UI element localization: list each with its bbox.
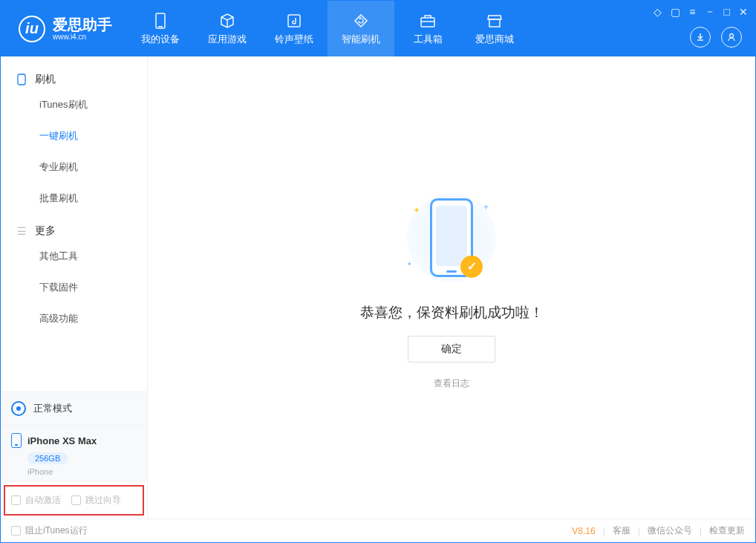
device-name: iPhone XS Max [27,435,97,446]
checkbox-icon [71,495,81,505]
wechat-link[interactable]: 微信公众号 [648,524,692,537]
device-icon [151,12,169,30]
svg-rect-7 [18,74,25,85]
sidebar-other-tools[interactable]: 其他工具 [39,241,147,272]
skip-guide-checkbox[interactable]: 跳过向导 [71,494,121,507]
flash-options-highlighted: 自动激活 跳过向导 [4,485,144,516]
nav-label: 工具箱 [414,33,443,46]
auto-activate-checkbox[interactable]: 自动激活 [11,494,61,507]
sparkle-icon: + [483,202,489,212]
minimize-button[interactable]: － [705,5,715,19]
app-header: iu 爱思助手 www.i4.cn 我的设备 应用游戏 铃声壁纸 智能刷机 工具… [1,1,755,56]
logo-icon: iu [19,16,45,42]
phone-small-icon [16,74,27,85]
check-icon: ✓ [460,256,483,278]
sidebar-itunes-flash[interactable]: iTunes刷机 [39,89,147,120]
app-title: 爱思助手 [53,16,112,33]
nav-my-device[interactable]: 我的设备 [127,1,194,56]
svg-rect-1 [158,26,163,27]
nav-label: 应用游戏 [208,33,247,46]
mode-label: 正常模式 [33,402,72,415]
menu-icon[interactable]: ≡ [689,6,695,18]
svg-rect-3 [421,18,434,27]
download-button[interactable] [690,27,711,48]
nav-label: 智能刷机 [342,33,380,46]
app-logo: iu 爱思助手 www.i4.cn [1,16,127,42]
success-message: 恭喜您，保资料刷机成功啦！ [360,303,544,322]
device-mode[interactable]: 正常模式 [1,392,147,426]
nav-label: 铃声壁纸 [275,33,313,46]
main-content: ✦ + ✦ ✓ 恭喜您，保资料刷机成功啦！ 确定 查看日志 [148,56,755,518]
view-log-link[interactable]: 查看日志 [434,377,469,390]
svg-rect-5 [489,19,500,27]
cube-icon [218,12,236,30]
checkbox-label: 阻止iTunes运行 [25,524,88,537]
support-link[interactable]: 客服 [613,524,630,537]
sparkle-icon: ✦ [413,205,420,215]
music-icon [285,12,303,30]
sparkle-icon: ✦ [407,261,412,267]
sidebar-group-flash: 刷机 [1,62,147,89]
check-update-link[interactable]: 检查更新 [709,524,745,537]
nav-toolbox[interactable]: 工具箱 [394,1,461,56]
shirt-icon[interactable]: ◇ [654,6,662,18]
status-bar: 阻止iTunes运行 V8.16 | 客服 | 微信公众号 | 检查更新 [1,518,755,542]
svg-point-6 [730,34,734,38]
version-label: V8.16 [572,526,595,536]
sidebar-download-firmware[interactable]: 下载固件 [39,272,147,303]
sidebar-advanced[interactable]: 高级功能 [39,303,147,334]
checkbox-label: 跳过向导 [85,494,121,507]
group-title: 刷机 [35,73,56,86]
toolbox-icon [419,12,437,30]
confirm-button[interactable]: 确定 [408,336,495,362]
success-illustration: ✦ + ✦ ✓ [400,186,504,290]
device-type: iPhone [27,467,137,476]
layers-icon[interactable]: ▢ [671,6,680,18]
block-itunes-checkbox[interactable]: 阻止iTunes运行 [11,524,88,537]
checkbox-icon [11,495,21,505]
sidebar: 刷机 iTunes刷机 一键刷机 专业刷机 批量刷机 ☰ 更多 其他工具 下载固… [1,56,148,518]
nav-apps-games[interactable]: 应用游戏 [194,1,261,56]
device-info[interactable]: iPhone XS Max 256GB iPhone [1,426,147,482]
refresh-icon [352,12,370,30]
sidebar-group-more: ☰ 更多 [1,214,147,241]
checkbox-label: 自动激活 [25,494,61,507]
sidebar-pro-flash[interactable]: 专业刷机 [39,152,147,183]
user-button[interactable] [721,27,742,48]
device-storage: 256GB [27,452,68,464]
sidebar-batch-flash[interactable]: 批量刷机 [39,183,147,214]
main-nav: 我的设备 应用游戏 铃声壁纸 智能刷机 工具箱 爱思商城 [127,1,528,56]
window-controls: ◇ ▢ ≡ － □ ✕ [654,5,748,19]
nav-store[interactable]: 爱思商城 [461,1,528,56]
sidebar-one-click-flash[interactable]: 一键刷机 [39,120,147,152]
app-url: www.i4.cn [53,33,112,41]
nav-label: 爱思商城 [475,33,514,46]
nav-ringtones[interactable]: 铃声壁纸 [261,1,328,56]
phone-icon [11,433,22,448]
nav-smart-flash[interactable]: 智能刷机 [328,1,394,56]
header-actions [690,27,742,48]
group-title: 更多 [35,224,56,238]
device-panel: 正常模式 iPhone XS Max 256GB iPhone [1,391,147,482]
nav-label: 我的设备 [141,33,180,46]
close-button[interactable]: ✕ [739,6,748,18]
shop-icon [486,12,504,30]
mode-icon [11,401,26,416]
list-icon: ☰ [16,225,27,237]
maximize-button[interactable]: □ [724,6,730,18]
checkbox-icon [11,526,21,536]
